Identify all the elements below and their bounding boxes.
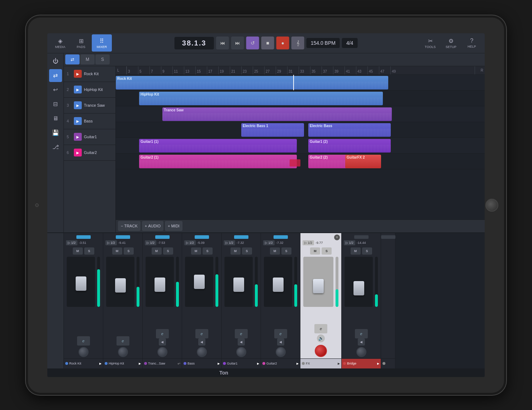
channel-4-pan[interactable]: [197, 347, 207, 357]
rewind-button[interactable]: ⏮: [216, 37, 229, 49]
track-play-5[interactable]: ▶: [74, 133, 82, 141]
clip-rock-kit[interactable]: Rock Kit: [116, 76, 388, 90]
channel-3-eq[interactable]: e: [156, 329, 169, 338]
channel-4-eq[interactable]: e: [195, 329, 208, 338]
channel-3-output-btn[interactable]: ▷ 1/2: [145, 240, 156, 245]
stop-button[interactable]: ■: [261, 37, 274, 49]
channel-1-play[interactable]: ▶: [99, 362, 101, 365]
channel-4-play[interactable]: ▶: [218, 362, 220, 365]
channel-7-play[interactable]: ▶: [338, 362, 340, 365]
metronome-button[interactable]: 𝄞: [291, 37, 304, 49]
channel-7-eq[interactable]: e: [314, 324, 327, 333]
channel-4-fader-handle[interactable]: [194, 275, 205, 289]
help-button[interactable]: ? HELP: [462, 34, 482, 52]
mixer-button[interactable]: ⠿ MIXER: [92, 34, 112, 52]
speaker-icon[interactable]: 🔊: [317, 334, 325, 342]
solo-all-btn[interactable]: S: [95, 54, 110, 64]
channel-2-mute[interactable]: M: [112, 247, 122, 255]
channel-4-solo[interactable]: S: [203, 247, 213, 255]
channel-5-transport[interactable]: ◀: [238, 338, 245, 346]
clip-guitar2-1[interactable]: Guitar2 (1): [139, 155, 297, 168]
ipad-home-button[interactable]: [485, 199, 498, 212]
channel-3-pan[interactable]: [157, 347, 167, 357]
channel-2-eq[interactable]: e: [117, 336, 129, 346]
channel-7-mute[interactable]: M: [310, 247, 320, 255]
channel-5-eq[interactable]: e: [235, 329, 248, 338]
channel-1-fader-track[interactable]: [67, 257, 95, 307]
track-clips-area[interactable]: Rock Kit HipHop Kit: [116, 75, 485, 220]
channel-7-record-btn[interactable]: [315, 345, 327, 357]
bpm-display[interactable]: 154.0 BPM: [307, 38, 340, 48]
channel-8-mute[interactable]: M: [351, 247, 361, 255]
power-button[interactable]: ⏻: [49, 55, 62, 68]
minus-track-btn[interactable]: − TRACK: [118, 221, 141, 231]
channel-2-output-btn[interactable]: ▷ 1/2: [105, 240, 117, 245]
channel-6-solo[interactable]: S: [281, 247, 291, 255]
channel-5-pan[interactable]: [236, 347, 246, 357]
time-sig-display[interactable]: 4/4: [342, 38, 357, 48]
channel-6-transport[interactable]: ◀: [277, 338, 284, 346]
pads-button[interactable]: ⊞ PADS: [71, 34, 91, 52]
save-button[interactable]: 💾: [49, 126, 62, 139]
channel-5-fader-track[interactable]: [224, 257, 253, 307]
clip-trance-saw[interactable]: Trance Saw: [162, 107, 392, 121]
channel-1-pan[interactable]: [79, 347, 89, 357]
channel-3-solo[interactable]: S: [163, 247, 173, 255]
channel-6-output-btn[interactable]: ▷ 1/2: [263, 240, 275, 245]
clip-guitarfx-2[interactable]: GuitarFX 2: [345, 155, 381, 168]
channel-6-fader-handle[interactable]: [273, 278, 284, 292]
channel-5-solo[interactable]: S: [242, 247, 252, 255]
mute-all-btn[interactable]: M: [80, 54, 95, 64]
channel-4-output-btn[interactable]: ▷ 1/2: [184, 240, 196, 245]
share-button[interactable]: ⎇: [49, 141, 62, 154]
channel-2-play[interactable]: ▶: [139, 362, 141, 365]
arrange-button[interactable]: ⇄: [49, 69, 62, 82]
channel-4-fader-track[interactable]: [185, 257, 213, 307]
channel-6-pan[interactable]: [276, 347, 286, 357]
channel-5-fader-handle[interactable]: [233, 278, 244, 292]
channel-7-output-btn[interactable]: ▷ 1/2: [303, 240, 314, 245]
setup-button[interactable]: ⚙ SETUP: [441, 34, 461, 52]
track-play-3[interactable]: ▶: [74, 101, 82, 109]
channel-8-eq[interactable]: e: [355, 329, 368, 338]
channel-4-transport[interactable]: ◀: [198, 338, 205, 346]
fx-channel-close[interactable]: ×: [334, 235, 340, 240]
channel-2-fader-track[interactable]: [106, 257, 134, 307]
channel-2-pan[interactable]: [118, 347, 128, 357]
channel-8-fader-track[interactable]: [345, 257, 373, 307]
channel-6-fader-track[interactable]: [264, 257, 292, 307]
channel-3-transport[interactable]: ◀: [159, 338, 166, 346]
arrange-view-btn[interactable]: ⇄: [65, 54, 80, 64]
channel-4-mute[interactable]: M: [191, 247, 201, 255]
import-button[interactable]: ↩: [49, 83, 62, 96]
media-button[interactable]: ◈ MEDIA: [50, 34, 70, 52]
channel-2-solo[interactable]: S: [124, 247, 134, 255]
channel-3-fader-handle[interactable]: [155, 278, 165, 292]
grid-button[interactable]: ⊟: [49, 98, 62, 111]
time-display[interactable]: 38.1.3: [175, 37, 214, 49]
loop-button[interactable]: ↺: [246, 37, 259, 49]
clip-bass-2[interactable]: Electric Bass: [308, 123, 391, 137]
clip-bass-1[interactable]: Electric Bass 1: [241, 123, 304, 137]
channel-6-play[interactable]: ▶: [296, 362, 299, 365]
track-play-1[interactable]: ▶: [74, 70, 82, 78]
channel-1-fader-handle[interactable]: [76, 276, 86, 291]
track-play-6[interactable]: ▶: [74, 149, 82, 156]
channel-8-transport[interactable]: ◀: [358, 338, 365, 346]
channel-8-solo[interactable]: S: [362, 247, 372, 255]
record-button[interactable]: ●: [276, 37, 289, 49]
channel-3-fader-track[interactable]: [146, 257, 174, 307]
plus-audio-btn[interactable]: + AUDIO: [142, 221, 163, 231]
channel-3-mute[interactable]: M: [152, 247, 162, 255]
channel-6-mute[interactable]: M: [270, 247, 280, 255]
channel-5-output-btn[interactable]: ▷ 1/2: [224, 240, 235, 245]
tools-button[interactable]: ✂ TOOLS: [420, 34, 440, 52]
channel-6-eq[interactable]: e: [274, 329, 287, 338]
track-play-4[interactable]: ▶: [74, 117, 82, 125]
channel-8-fader-handle[interactable]: [353, 281, 364, 295]
clip-guitar1-1[interactable]: Guitar1 (1): [139, 139, 297, 153]
channel-8-play[interactable]: ▶: [377, 362, 379, 365]
track-play-2[interactable]: ▶: [74, 86, 82, 93]
clip-hiphop-kit[interactable]: HipHop Kit: [139, 92, 383, 105]
channel-1-solo[interactable]: S: [84, 247, 94, 255]
